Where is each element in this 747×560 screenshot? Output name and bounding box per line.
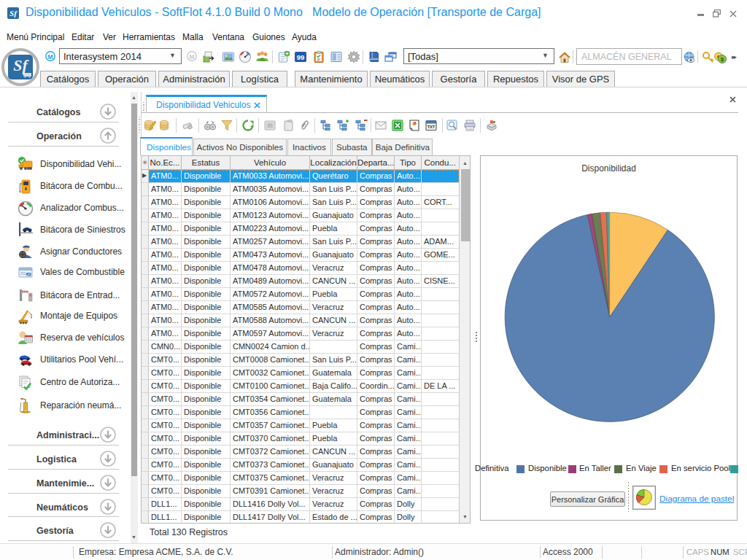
svg-text:TXT: TXT	[427, 125, 436, 129]
svg-text:M: M	[47, 53, 53, 61]
svg-text:$: $	[721, 56, 724, 63]
svg-text:Sf: Sf	[13, 56, 29, 74]
svg-text:99: 99	[297, 53, 305, 61]
svg-text:M: M	[189, 53, 194, 61]
svg-text:Sf: Sf	[9, 9, 18, 18]
